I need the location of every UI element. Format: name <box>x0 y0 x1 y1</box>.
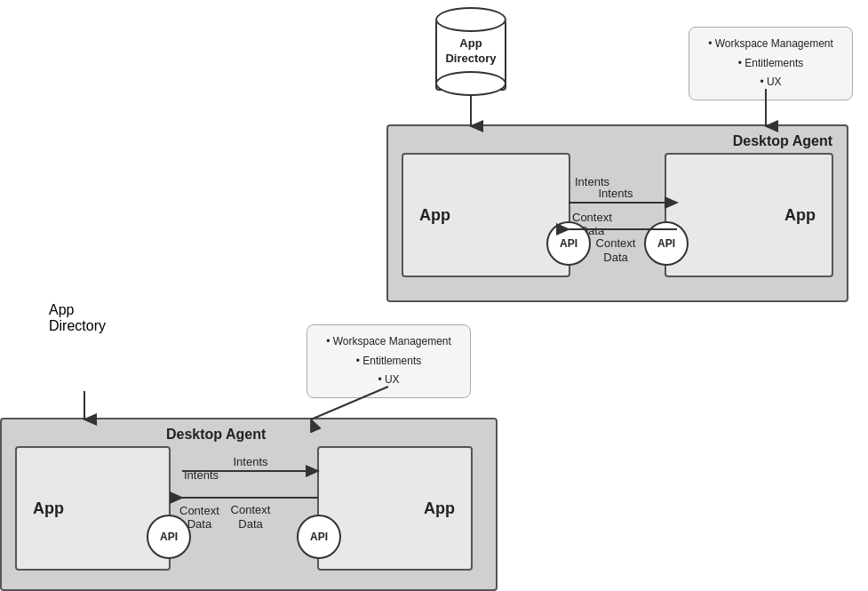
desktop-agent-label-top: Desktop Agent <box>733 133 832 149</box>
app-label-bottom-right: App <box>424 499 455 518</box>
api-circle-top-left: API <box>546 221 591 266</box>
intents-label-bottom: Intents <box>184 468 219 482</box>
desktop-agent-box-bottom: Desktop Agent App API App API Intents Co… <box>0 418 498 591</box>
app-box-top-right: App API <box>665 153 833 277</box>
app-directory-cylinder-bottom: App Directory <box>49 302 120 391</box>
app-directory-label-bottom: App Directory <box>49 302 120 334</box>
api-circle-top-right: API <box>644 221 689 266</box>
info-item-bottom-2: Entitlements <box>316 352 461 371</box>
info-item-bottom-3: UX <box>316 371 461 390</box>
api-circle-bottom-left: API <box>147 515 191 559</box>
info-item-bottom-1: Workspace Management <box>316 332 461 352</box>
app-label-top-left: App <box>419 206 450 225</box>
app-box-top-left: App API <box>402 153 570 277</box>
intents-label-top: Intents <box>575 175 609 188</box>
app-label-bottom-left: App <box>33 499 64 518</box>
app-box-bottom-right: App API <box>317 446 473 571</box>
diagram-container: App Directory Workspace Management Entit… <box>0 0 868 591</box>
info-box-top: Workspace Management Entitlements UX <box>689 27 853 100</box>
app-box-bottom-left: App API <box>15 446 171 571</box>
app-label-top-right: App <box>784 206 816 225</box>
desktop-agent-box-top: Desktop Agent App API App API Intents Co… <box>386 124 848 302</box>
info-box-bottom: Workspace Management Entitlements UX <box>307 324 471 398</box>
info-item-top-2: Entitlements <box>698 54 843 74</box>
desktop-agent-label-bottom: Desktop Agent <box>166 427 266 443</box>
info-item-top-3: UX <box>698 73 843 92</box>
info-item-top-1: Workspace Management <box>698 35 843 54</box>
api-circle-bottom-right: API <box>297 515 341 559</box>
app-directory-cylinder-top: App Directory <box>435 7 506 96</box>
app-directory-label-top: App Directory <box>435 7 506 96</box>
